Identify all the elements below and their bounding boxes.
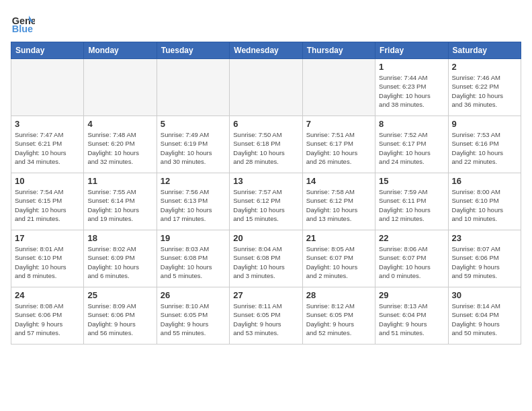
- day-number: 3: [15, 119, 80, 129]
- day-info: Sunrise: 7:44 AM Sunset: 6:23 PM Dayligh…: [379, 73, 444, 109]
- day-info: Sunrise: 8:11 AM Sunset: 6:05 PM Dayligh…: [233, 302, 298, 337]
- day-info: Sunrise: 7:56 AM Sunset: 6:13 PM Dayligh…: [161, 187, 226, 223]
- calendar-cell: 2Sunrise: 7:46 AM Sunset: 6:22 PM Daylig…: [448, 59, 521, 116]
- day-info: Sunrise: 8:12 AM Sunset: 6:05 PM Dayligh…: [306, 302, 371, 337]
- calendar-cell: 26Sunrise: 8:10 AM Sunset: 6:05 PM Dayli…: [157, 287, 229, 345]
- day-number: 29: [379, 290, 444, 300]
- calendar-cell: [84, 59, 157, 116]
- weekday-header: Monday: [84, 42, 157, 59]
- day-number: 15: [379, 176, 444, 186]
- day-info: Sunrise: 8:10 AM Sunset: 6:05 PM Dayligh…: [161, 302, 226, 337]
- weekday-header: Sunday: [11, 42, 84, 59]
- calendar-cell: [302, 59, 375, 116]
- calendar-cell: 3Sunrise: 7:47 AM Sunset: 6:21 PM Daylig…: [11, 116, 84, 173]
- day-number: 17: [15, 233, 80, 243]
- day-info: Sunrise: 7:54 AM Sunset: 6:15 PM Dayligh…: [15, 187, 80, 223]
- calendar-cell: 4Sunrise: 7:48 AM Sunset: 6:20 PM Daylig…: [84, 116, 157, 173]
- day-info: Sunrise: 7:51 AM Sunset: 6:17 PM Dayligh…: [306, 130, 371, 166]
- svg-text:Blue: Blue: [12, 24, 33, 34]
- header: General Blue: [11, 11, 521, 35]
- day-number: 26: [161, 290, 226, 300]
- day-info: Sunrise: 7:47 AM Sunset: 6:21 PM Dayligh…: [15, 130, 80, 166]
- day-info: Sunrise: 8:05 AM Sunset: 6:07 PM Dayligh…: [306, 244, 371, 280]
- day-number: 1: [379, 62, 444, 72]
- day-number: 16: [452, 176, 517, 186]
- calendar-cell: [157, 59, 229, 116]
- calendar-cell: 20Sunrise: 8:04 AM Sunset: 6:08 PM Dayli…: [230, 230, 302, 287]
- calendar-cell: 15Sunrise: 7:59 AM Sunset: 6:11 PM Dayli…: [375, 173, 448, 230]
- calendar-cell: 22Sunrise: 8:06 AM Sunset: 6:07 PM Dayli…: [375, 230, 448, 287]
- day-info: Sunrise: 8:08 AM Sunset: 6:06 PM Dayligh…: [15, 302, 80, 337]
- day-info: Sunrise: 7:55 AM Sunset: 6:14 PM Dayligh…: [87, 187, 152, 223]
- calendar-cell: 27Sunrise: 8:11 AM Sunset: 6:05 PM Dayli…: [230, 287, 302, 345]
- day-info: Sunrise: 7:52 AM Sunset: 6:17 PM Dayligh…: [379, 130, 444, 166]
- calendar-cell: 16Sunrise: 8:00 AM Sunset: 6:10 PM Dayli…: [448, 173, 521, 230]
- day-info: Sunrise: 8:02 AM Sunset: 6:09 PM Dayligh…: [87, 244, 152, 280]
- day-number: 23: [452, 233, 517, 243]
- day-number: 13: [233, 176, 298, 186]
- weekday-header: Tuesday: [157, 42, 229, 59]
- calendar-cell: [230, 59, 302, 116]
- day-number: 5: [161, 119, 226, 129]
- day-info: Sunrise: 8:13 AM Sunset: 6:04 PM Dayligh…: [379, 302, 444, 337]
- day-info: Sunrise: 7:53 AM Sunset: 6:16 PM Dayligh…: [452, 130, 517, 166]
- calendar-cell: 12Sunrise: 7:56 AM Sunset: 6:13 PM Dayli…: [157, 173, 229, 230]
- day-info: Sunrise: 7:59 AM Sunset: 6:11 PM Dayligh…: [379, 187, 444, 223]
- day-number: 7: [306, 119, 371, 129]
- day-info: Sunrise: 8:00 AM Sunset: 6:10 PM Dayligh…: [452, 187, 517, 223]
- day-number: 25: [87, 290, 152, 300]
- weekday-header: Wednesday: [230, 42, 302, 59]
- day-info: Sunrise: 7:46 AM Sunset: 6:22 PM Dayligh…: [452, 73, 517, 109]
- calendar-cell: 8Sunrise: 7:52 AM Sunset: 6:17 PM Daylig…: [375, 116, 448, 173]
- day-info: Sunrise: 8:01 AM Sunset: 6:10 PM Dayligh…: [15, 244, 80, 280]
- day-info: Sunrise: 7:49 AM Sunset: 6:19 PM Dayligh…: [161, 130, 226, 166]
- day-number: 27: [233, 290, 298, 300]
- weekday-header: Friday: [375, 42, 448, 59]
- calendar-cell: 23Sunrise: 8:07 AM Sunset: 6:06 PM Dayli…: [448, 230, 521, 287]
- calendar-cell: 14Sunrise: 7:58 AM Sunset: 6:12 PM Dayli…: [302, 173, 375, 230]
- logo-icon: General Blue: [11, 11, 35, 35]
- weekday-header: Saturday: [448, 42, 521, 59]
- day-info: Sunrise: 7:50 AM Sunset: 6:18 PM Dayligh…: [233, 130, 298, 166]
- weekday-header: Thursday: [302, 42, 375, 59]
- calendar-cell: 24Sunrise: 8:08 AM Sunset: 6:06 PM Dayli…: [11, 287, 84, 345]
- day-number: 19: [161, 233, 226, 243]
- day-number: 9: [452, 119, 517, 129]
- day-info: Sunrise: 7:58 AM Sunset: 6:12 PM Dayligh…: [306, 187, 371, 223]
- day-number: 8: [379, 119, 444, 129]
- calendar-cell: 29Sunrise: 8:13 AM Sunset: 6:04 PM Dayli…: [375, 287, 448, 345]
- day-number: 2: [452, 62, 517, 72]
- day-info: Sunrise: 8:14 AM Sunset: 6:04 PM Dayligh…: [452, 302, 517, 337]
- calendar-cell: 1Sunrise: 7:44 AM Sunset: 6:23 PM Daylig…: [375, 59, 448, 116]
- calendar-cell: 9Sunrise: 7:53 AM Sunset: 6:16 PM Daylig…: [448, 116, 521, 173]
- day-number: 14: [306, 176, 371, 186]
- day-number: 20: [233, 233, 298, 243]
- calendar-cell: 19Sunrise: 8:03 AM Sunset: 6:08 PM Dayli…: [157, 230, 229, 287]
- calendar-cell: 21Sunrise: 8:05 AM Sunset: 6:07 PM Dayli…: [302, 230, 375, 287]
- day-info: Sunrise: 8:07 AM Sunset: 6:06 PM Dayligh…: [452, 244, 517, 280]
- calendar-cell: 6Sunrise: 7:50 AM Sunset: 6:18 PM Daylig…: [230, 116, 302, 173]
- day-number: 12: [161, 176, 226, 186]
- day-number: 21: [306, 233, 371, 243]
- calendar-cell: 7Sunrise: 7:51 AM Sunset: 6:17 PM Daylig…: [302, 116, 375, 173]
- day-number: 11: [87, 176, 152, 186]
- day-info: Sunrise: 8:04 AM Sunset: 6:08 PM Dayligh…: [233, 244, 298, 280]
- day-number: 24: [15, 290, 80, 300]
- day-number: 30: [452, 290, 517, 300]
- day-number: 28: [306, 290, 371, 300]
- logo: General Blue: [11, 11, 38, 35]
- day-info: Sunrise: 7:57 AM Sunset: 6:12 PM Dayligh…: [233, 187, 298, 223]
- day-info: Sunrise: 8:03 AM Sunset: 6:08 PM Dayligh…: [161, 244, 226, 280]
- calendar-cell: 5Sunrise: 7:49 AM Sunset: 6:19 PM Daylig…: [157, 116, 229, 173]
- day-number: 18: [87, 233, 152, 243]
- calendar-cell: 28Sunrise: 8:12 AM Sunset: 6:05 PM Dayli…: [302, 287, 375, 345]
- day-number: 6: [233, 119, 298, 129]
- calendar-cell: 30Sunrise: 8:14 AM Sunset: 6:04 PM Dayli…: [448, 287, 521, 345]
- day-info: Sunrise: 7:48 AM Sunset: 6:20 PM Dayligh…: [87, 130, 152, 166]
- calendar-cell: [11, 59, 84, 116]
- day-info: Sunrise: 8:09 AM Sunset: 6:06 PM Dayligh…: [87, 302, 152, 337]
- calendar-cell: 13Sunrise: 7:57 AM Sunset: 6:12 PM Dayli…: [230, 173, 302, 230]
- calendar: SundayMondayTuesdayWednesdayThursdayFrid…: [11, 42, 521, 345]
- calendar-cell: 11Sunrise: 7:55 AM Sunset: 6:14 PM Dayli…: [84, 173, 157, 230]
- calendar-cell: 18Sunrise: 8:02 AM Sunset: 6:09 PM Dayli…: [84, 230, 157, 287]
